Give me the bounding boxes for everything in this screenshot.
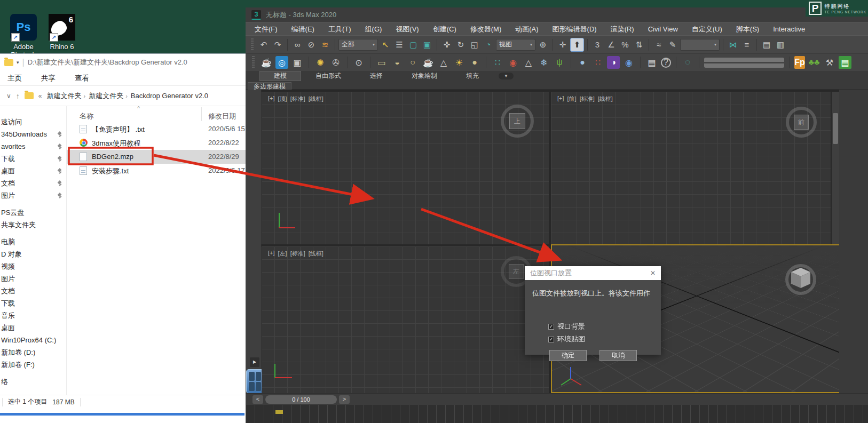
viewport-label-part[interactable]: [+]	[557, 95, 564, 103]
ribbon-tab[interactable]: 选择	[356, 71, 397, 81]
dialog-titlebar[interactable]: 位图视口放置 ✕	[525, 266, 661, 280]
separator[interactable]	[649, 39, 649, 51]
menubar-item[interactable]: 视图(V)	[389, 23, 425, 36]
sidebar-item[interactable]: 桌面	[0, 165, 66, 177]
menubar-item[interactable]: 工具(T)	[321, 23, 358, 36]
spinner-snap-icon[interactable]: ⇅	[633, 38, 645, 51]
shortcut-photoshop[interactable]: Ps ↗ Adobe Photosh	[4, 14, 43, 59]
toolbar-drag-handle[interactable]	[251, 38, 254, 51]
cancel-button[interactable]: 取消	[599, 350, 637, 361]
rendered-frame-window-icon[interactable]: ▣	[291, 56, 304, 69]
sidebar-item[interactable]: D 对象	[0, 248, 66, 260]
camera-sheet-icon[interactable]: ✇	[329, 56, 342, 69]
env-cone-icon[interactable]: △	[437, 56, 450, 69]
next-frame-button[interactable]: >	[339, 395, 350, 404]
sidebar-item[interactable]: 络	[0, 376, 66, 388]
tools-icon[interactable]: ⚒	[823, 56, 836, 69]
render-setup-icon[interactable]: ◎	[275, 56, 288, 69]
grass-icon[interactable]: ψ	[553, 56, 566, 69]
breadcrumb-item[interactable]: › 新建文件夹	[83, 91, 123, 101]
checkbox-icon[interactable]	[548, 324, 554, 330]
ribbon-tab[interactable]: 自由形式	[301, 71, 356, 81]
history-caret-icon[interactable]: ∨	[6, 92, 11, 100]
ribbon-tab[interactable]: 填充	[452, 71, 493, 81]
menubar-item[interactable]: 图形编辑器(D)	[546, 23, 604, 36]
env-sun-icon[interactable]: ☀	[453, 56, 465, 69]
use-pivot-point-icon[interactable]: ⊕	[536, 38, 549, 51]
menubar-item[interactable]: 动画(A)	[508, 23, 545, 36]
previous-frame-button[interactable]: <	[252, 395, 263, 404]
separator[interactable]	[335, 39, 335, 51]
sidebar-item[interactable]: PS云盘	[0, 206, 66, 219]
breadcrumb-overflow[interactable]: «	[38, 92, 42, 100]
separator[interactable]	[347, 57, 348, 68]
select-by-name-icon[interactable]: ☰	[393, 38, 406, 51]
scene-explorer-toggle-icon[interactable]: ▤	[760, 38, 773, 51]
palette-icon[interactable]: ◑	[607, 56, 620, 69]
sidebar-item[interactable]: 下载	[0, 153, 66, 165]
soft-selection-icon[interactable]: ◌	[681, 56, 694, 69]
viewport-label-part[interactable]: [+]	[268, 250, 275, 258]
ribbon-tab[interactable]: 建模	[259, 71, 301, 81]
percent-snap-icon[interactable]: %	[619, 38, 632, 51]
trees-icon[interactable]: ♣♣	[808, 56, 820, 69]
color-swatch-balls-icon[interactable]: ∷	[591, 56, 604, 69]
forest-pack-icon[interactable]: Fp	[794, 56, 805, 69]
separator[interactable]	[676, 57, 676, 68]
select-and-manipulate-icon[interactable]: ✛	[556, 38, 569, 51]
frame-counter[interactable]: 0 / 100	[265, 395, 337, 404]
dynamics-balls-icon[interactable]: ◉	[507, 56, 519, 69]
menubar-item[interactable]: 修改器(M)	[463, 23, 509, 36]
address-bar[interactable]: ∨ ↑ « › 新建文件夹 › 新建文件夹 ›	[0, 86, 246, 106]
viewport-label-part[interactable]: [标准]	[290, 95, 305, 103]
shortcut-rhino[interactable]: 6 ↗ Rhino 6	[43, 14, 81, 51]
selection-filter-dropdown[interactable]: 全部 ▾	[338, 39, 378, 51]
reference-coordsys-dropdown[interactable]: 视图 ▾	[496, 39, 535, 51]
breadcrumb-item[interactable]: › Backdrop Generator v2.0	[125, 92, 208, 100]
sidebar-item[interactable]: 桌面	[0, 322, 66, 334]
ribbon-tab[interactable]: 对象绘制	[397, 71, 452, 81]
env-teapot-icon[interactable]: ☕	[422, 56, 435, 69]
menubar-item[interactable]: 渲染(R)	[604, 23, 641, 36]
up-arrow-icon[interactable]: ↑	[16, 92, 20, 100]
help-icon[interactable]: ?	[661, 58, 671, 68]
layer-explorer-toggle-icon[interactable]: ▥	[774, 38, 787, 51]
file-row[interactable]: 3dmax使用教程 2022/8/22	[67, 136, 246, 150]
separator[interactable]	[723, 39, 723, 51]
window-crossing-toggle-icon[interactable]: ▣	[421, 38, 433, 51]
bind-to-space-warp-icon[interactable]: ≋	[319, 38, 332, 51]
sidebar-item[interactable]: 文档	[0, 285, 66, 297]
viewport-label-part[interactable]: [左]	[278, 250, 287, 258]
menubar-item[interactable]: 组(G)	[358, 23, 389, 36]
select-and-move-icon[interactable]: ✜	[440, 38, 453, 51]
edit-named-selections-icon[interactable]: ✎	[666, 38, 679, 51]
max-titlebar[interactable]: 3 无标题 - 3ds Max 2020	[246, 7, 868, 22]
select-object-icon[interactable]: ↖	[379, 38, 392, 51]
sidebar-item[interactable]: 下载	[0, 297, 66, 309]
scrollbar-thumb[interactable]	[833, 113, 838, 144]
separator[interactable]	[789, 57, 790, 68]
keyboard-shortcut-override-icon[interactable]: ⬆	[570, 38, 584, 52]
menubar-item[interactable]: 自定义(U)	[685, 23, 729, 36]
viewport-label-part[interactable]: [标准]	[580, 95, 595, 103]
ribbon-overflow-icon[interactable]: ▼	[499, 73, 514, 79]
checkbox-icon[interactable]	[548, 337, 554, 342]
separator[interactable]	[309, 57, 309, 68]
sidebar-item[interactable]: 345Downloads	[0, 128, 66, 140]
viewport-label-part[interactable]: [线框]	[309, 95, 323, 103]
sidebar-item[interactable]: 视频	[0, 260, 66, 273]
viewport-left[interactable]: [+][左][标准][线框] 左	[262, 246, 549, 393]
file-row[interactable]: 安装步骤.txt 2022/9/6 17	[67, 164, 246, 178]
viewport-label-part[interactable]: [标准]	[290, 250, 305, 258]
rectangular-selection-region-icon[interactable]: ▢	[407, 38, 420, 51]
light-lister-icon[interactable]: ✺	[314, 56, 327, 69]
menubar-item[interactable]: Civil View	[641, 23, 685, 36]
separator[interactable]	[571, 57, 571, 68]
column-divider[interactable]	[201, 107, 202, 121]
sidebar-item[interactable]: 文档	[0, 177, 66, 189]
sidebar-item[interactable]: 速访问	[0, 116, 66, 128]
menubar-item[interactable]: 创建(C)	[426, 23, 463, 36]
menubar-item[interactable]: Interactive	[766, 23, 812, 36]
viewport-top[interactable]: [+][顶][标准][线框] 上	[262, 92, 549, 244]
select-and-rotate-icon[interactable]: ↻	[454, 38, 467, 51]
